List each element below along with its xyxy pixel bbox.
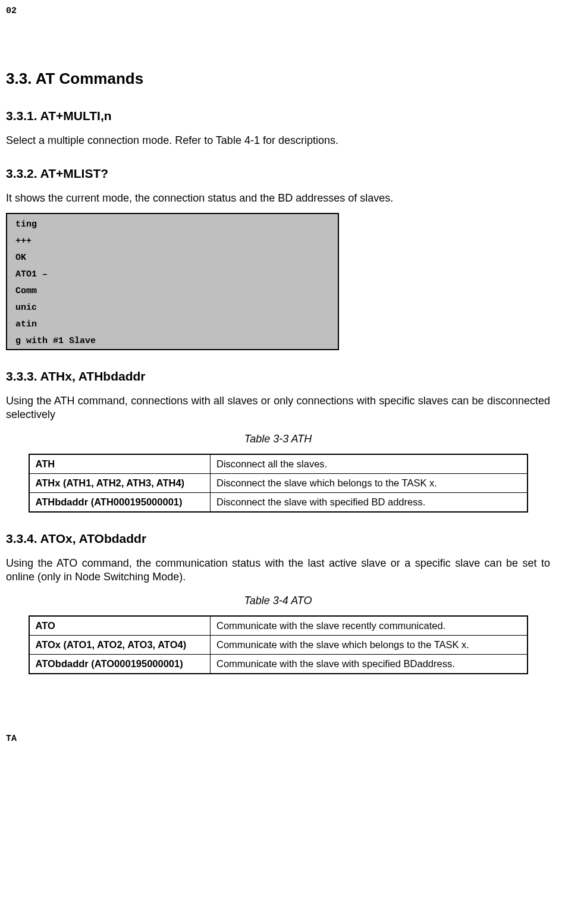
section-heading: 3.3. AT Commands bbox=[6, 70, 550, 88]
paragraph: Using the ATH command, connections with … bbox=[6, 394, 550, 422]
table-cell-description: Disconnect the slave which belongs to th… bbox=[211, 473, 528, 492]
subsection-heading: 3.3.1. AT+MULTI,n bbox=[6, 109, 550, 123]
table-row: ATO Communicate with the slave recently … bbox=[29, 616, 528, 636]
paragraph: Select a multiple connection mode. Refer… bbox=[6, 134, 550, 147]
table-caption: Table 3-3 ATH bbox=[6, 433, 550, 445]
code-line: atin bbox=[15, 320, 329, 329]
table-row: ATH Disconnect all the slaves. bbox=[29, 454, 528, 474]
table-cell-description: Communicate with the slave which belongs… bbox=[211, 636, 528, 655]
code-line: +++ bbox=[15, 237, 329, 246]
table-row: ATHx (ATH1, ATH2, ATH3, ATH4) Disconnect… bbox=[29, 473, 528, 492]
page-header-marker: 02 bbox=[6, 6, 550, 16]
table-cell-description: Disconnect the slave with specified BD a… bbox=[211, 492, 528, 512]
table-cell-command: ATO bbox=[29, 616, 211, 636]
table-row: ATHbdaddr (ATH000195000001) Disconnect t… bbox=[29, 492, 528, 512]
table-row: ATObdaddr (ATO000195000001) Communicate … bbox=[29, 655, 528, 674]
page-footer-marker: TA bbox=[6, 734, 550, 744]
paragraph: Using the ATO command, the communication… bbox=[6, 557, 550, 584]
command-table-ath: ATH Disconnect all the slaves. ATHx (ATH… bbox=[29, 454, 528, 513]
code-line: ting bbox=[15, 220, 329, 229]
table-cell-command: ATH bbox=[29, 454, 211, 474]
table-cell-command: ATObdaddr (ATO000195000001) bbox=[29, 655, 211, 674]
table-cell-description: Communicate with the slave recently comm… bbox=[211, 616, 528, 636]
subsection-heading: 3.3.3. ATHx, ATHbdaddr bbox=[6, 369, 550, 384]
table-cell-description: Communicate with the slave with specifie… bbox=[211, 655, 528, 674]
subsection-heading: 3.3.2. AT+MLIST? bbox=[6, 166, 550, 181]
table-cell-command: ATHbdaddr (ATH000195000001) bbox=[29, 492, 211, 512]
table-cell-command: ATHx (ATH1, ATH2, ATH3, ATH4) bbox=[29, 473, 211, 492]
code-line: OK bbox=[15, 253, 329, 262]
paragraph: It shows the current mode, the connectio… bbox=[6, 191, 550, 205]
table-caption: Table 3-4 ATO bbox=[6, 595, 550, 607]
table-row: ATOx (ATO1, ATO2, ATO3, ATO4) Communicat… bbox=[29, 636, 528, 655]
command-table-ato: ATO Communicate with the slave recently … bbox=[29, 615, 528, 674]
subsection-heading: 3.3.4. ATOx, ATObdaddr bbox=[6, 532, 550, 546]
code-line: g with #1 Slave bbox=[15, 337, 329, 345]
table-cell-command: ATOx (ATO1, ATO2, ATO3, ATO4) bbox=[29, 636, 211, 655]
table-cell-description: Disconnect all the slaves. bbox=[211, 454, 528, 474]
code-block: ting +++ OK ATO1 – Comm unic atin g with… bbox=[6, 213, 339, 350]
code-line: ATO1 – bbox=[15, 270, 329, 279]
code-line: Comm bbox=[15, 287, 329, 296]
code-line: unic bbox=[15, 303, 329, 312]
